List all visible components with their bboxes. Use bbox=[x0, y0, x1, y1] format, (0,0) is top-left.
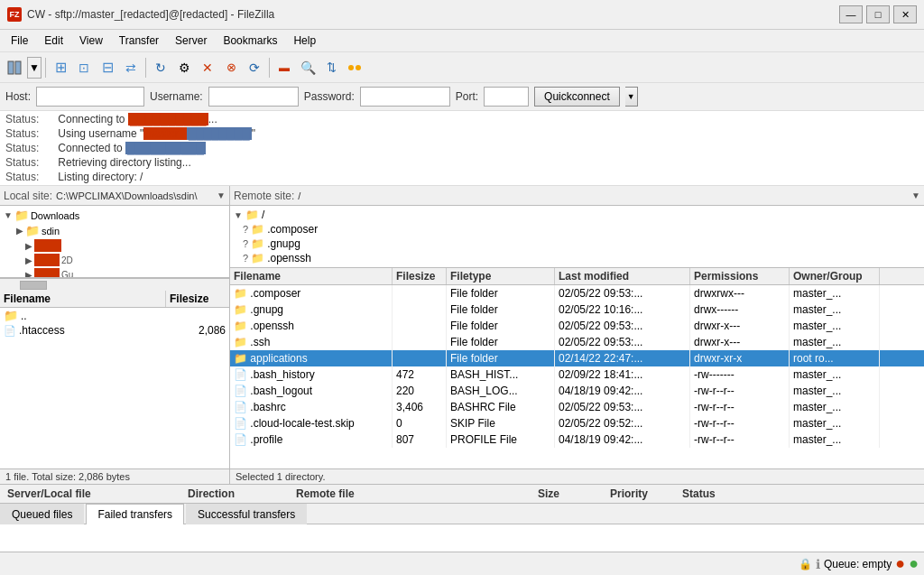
local-status-bar: 1 file. Total size: 2,086 bytes bbox=[0, 468, 229, 484]
remote-site-path[interactable]: / bbox=[298, 190, 911, 201]
remote-bash-logout-perms: -rw-r--r-- bbox=[690, 383, 790, 399]
tab-queued-files[interactable]: Queued files bbox=[0, 504, 84, 524]
local-filesize-header[interactable]: Filesize bbox=[166, 291, 229, 307]
remote-row-bash-history[interactable]: 📄 .bash_history 472 BASH_HIST... 02/09/2… bbox=[230, 366, 924, 383]
remote-filetype-col[interactable]: Filetype bbox=[447, 268, 555, 284]
filter-button[interactable]: ⇅ bbox=[320, 57, 342, 79]
transfer-queue: Server/Local file Direction Remote file … bbox=[0, 484, 924, 552]
status-area: Status: Connecting to ██████████... Stat… bbox=[0, 111, 924, 186]
remote-ssh-owner: master_... bbox=[790, 334, 880, 350]
menu-file[interactable]: File bbox=[4, 32, 35, 50]
remote-openssh-modified: 02/05/22 09:53:... bbox=[555, 318, 690, 334]
remote-bash-logout-name: 📄 .bash_logout bbox=[230, 383, 393, 399]
site-manager-button[interactable] bbox=[4, 57, 25, 79]
remote-row-ssh[interactable]: 📁 .ssh File folder 02/05/22 09:53:... dr… bbox=[230, 334, 924, 350]
stop-indicator[interactable]: ● bbox=[895, 554, 905, 573]
remote-owner-col[interactable]: Owner/Group bbox=[790, 268, 880, 284]
remote-site-dropdown[interactable]: ▼ bbox=[911, 190, 920, 200]
disconnect-button[interactable]: ⊗ bbox=[220, 57, 242, 79]
site-manager-dropdown[interactable]: ▼ bbox=[27, 57, 42, 79]
window-controls: — □ ✕ bbox=[839, 5, 917, 23]
menu-view[interactable]: View bbox=[72, 32, 110, 50]
remote-profile-name: 📄 .profile bbox=[230, 431, 393, 448]
tab-successful-transfers[interactable]: Successful transfers bbox=[186, 504, 307, 524]
svg-rect-1 bbox=[15, 61, 21, 74]
quickconnect-button[interactable]: Quickconnect bbox=[534, 87, 620, 107]
status-label-3: Status: bbox=[5, 142, 55, 154]
menu-server[interactable]: Server bbox=[168, 32, 214, 50]
remote-composer-label: .composer bbox=[267, 223, 318, 236]
queue-priority-col: Priority bbox=[606, 487, 679, 501]
remote-tree-composer[interactable]: ? 📁 .composer bbox=[232, 222, 922, 236]
remote-row-bashrc[interactable]: 📄 .bashrc 3,406 BASHRC File 02/05/22 09:… bbox=[230, 399, 924, 415]
maximize-button[interactable]: □ bbox=[866, 5, 890, 23]
local-site-dropdown[interactable]: ▼ bbox=[217, 190, 226, 200]
remote-tree-root[interactable]: ▼ 📁 / bbox=[232, 208, 922, 222]
remote-composer-type: File folder bbox=[447, 285, 555, 301]
status-line-1: Status: Connecting to ██████████... bbox=[4, 112, 920, 126]
new-tab-button[interactable]: ⊞ bbox=[50, 57, 71, 79]
close-button[interactable]: ✕ bbox=[893, 5, 917, 23]
remote-row-profile[interactable]: 📄 .profile 807 PROFILE File 04/18/19 09:… bbox=[230, 431, 924, 448]
local-site-path[interactable]: C:\WPCLIMAX\Downloads\sdin\ bbox=[56, 190, 217, 201]
remote-cloud-locale-size: 0 bbox=[393, 415, 447, 431]
local-hscroll[interactable] bbox=[0, 278, 229, 291]
stop-compare-button[interactable]: ▬ bbox=[273, 57, 295, 79]
host-label: Host: bbox=[5, 90, 31, 103]
remote-tree-openssh[interactable]: ? 📁 .openssh bbox=[232, 251, 922, 265]
cancel-button[interactable]: ✕ bbox=[197, 57, 218, 79]
remote-tree-gnupg[interactable]: ? 📁 .gnupg bbox=[232, 236, 922, 251]
local-file-list[interactable]: 📁 .. 📄 .htaccess 2,086 bbox=[0, 308, 229, 468]
process-queue-button[interactable]: ⚙ bbox=[173, 57, 195, 79]
menu-help[interactable]: Help bbox=[286, 32, 323, 50]
htaccess-size: 2,086 bbox=[176, 324, 226, 337]
remote-modified-col[interactable]: Last modified bbox=[555, 268, 690, 284]
remote-file-list[interactable]: Filename Filesize Filetype Last modified… bbox=[230, 268, 924, 468]
transfer-queue-button[interactable]: ⇄ bbox=[120, 57, 142, 79]
reconnect-button[interactable]: ⟳ bbox=[244, 57, 265, 79]
local-site-label: Local site: bbox=[4, 190, 52, 202]
local-filename-header[interactable]: Filename bbox=[0, 291, 166, 307]
remote-filename-col[interactable]: Filename bbox=[230, 268, 393, 284]
quickconnect-dropdown[interactable]: ▼ bbox=[625, 87, 638, 107]
tab-failed-transfers[interactable]: Failed transfers bbox=[86, 504, 184, 524]
remote-row-bash-logout[interactable]: 📄 .bash_logout 220 BASH_LOG... 04/18/19 … bbox=[230, 383, 924, 399]
username-input[interactable] bbox=[208, 87, 299, 107]
menu-edit[interactable]: Edit bbox=[37, 32, 70, 50]
show-servers-button[interactable]: ⊟ bbox=[97, 57, 118, 79]
host-input[interactable] bbox=[36, 87, 144, 107]
password-input[interactable] bbox=[360, 87, 450, 107]
remote-tree[interactable]: ▼ 📁 / ? 📁 .composer ? 📁 .gnupg ? 📁 .open… bbox=[230, 206, 924, 268]
remote-row-openssh[interactable]: 📁 .openssh File folder 02/05/22 09:53:..… bbox=[230, 318, 924, 334]
close-tab-button[interactable]: ⊡ bbox=[73, 57, 95, 79]
remote-gnupg-label: .gnupg bbox=[267, 237, 300, 250]
remote-permissions-col[interactable]: Permissions bbox=[690, 268, 790, 284]
local-tree[interactable]: ▼ 📁 Downloads ▶ 📁 sdin ▶ ▶ 2D ▶ bbox=[0, 206, 229, 278]
remote-cloud-locale-perms: -rw-r--r-- bbox=[690, 415, 790, 431]
queue-direction-col: Direction bbox=[184, 487, 292, 501]
remote-row-cloud-locale[interactable]: 📄 .cloud-locale-test.skip 0 SKIP File 02… bbox=[230, 415, 924, 431]
remote-cloud-locale-modified: 02/05/22 09:52:... bbox=[555, 415, 690, 431]
menu-transfer[interactable]: Transfer bbox=[112, 32, 166, 50]
svg-point-3 bbox=[356, 65, 361, 70]
quickconnect-bar: Host: Username: Password: Port: Quickcon… bbox=[0, 83, 924, 111]
local-file-row-htaccess[interactable]: 📄 .htaccess 2,086 bbox=[0, 323, 229, 338]
parent-folder-icon: 📁 bbox=[4, 309, 18, 322]
directory-comparison-button[interactable] bbox=[344, 57, 365, 79]
remote-row-gnupg[interactable]: 📁 .gnupg File folder 02/05/22 10:16:... … bbox=[230, 301, 924, 318]
find-button[interactable]: 🔍 bbox=[297, 57, 319, 79]
htaccess-name: .htaccess bbox=[19, 324, 65, 337]
remote-row-composer[interactable]: 📁 .composer File folder 02/05/22 09:53:.… bbox=[230, 285, 924, 301]
remote-row-applications[interactable]: 📁 applications File folder 02/14/22 22:4… bbox=[230, 350, 924, 366]
local-file-row[interactable]: 📁 .. bbox=[0, 308, 229, 323]
menu-bookmarks[interactable]: Bookmarks bbox=[216, 32, 284, 50]
remote-applications-owner: root ro... bbox=[790, 350, 880, 366]
remote-filesize-col[interactable]: Filesize bbox=[393, 268, 447, 284]
remote-profile-owner: master_... bbox=[790, 431, 880, 448]
refresh-button[interactable]: ↻ bbox=[150, 57, 171, 79]
remote-cloud-locale-name: 📄 .cloud-locale-test.skip bbox=[230, 415, 393, 431]
port-input[interactable] bbox=[484, 87, 529, 107]
queue-status-col: Status bbox=[679, 487, 920, 501]
minimize-button[interactable]: — bbox=[839, 5, 863, 23]
remote-bash-logout-modified: 04/18/19 09:42:... bbox=[555, 383, 690, 399]
